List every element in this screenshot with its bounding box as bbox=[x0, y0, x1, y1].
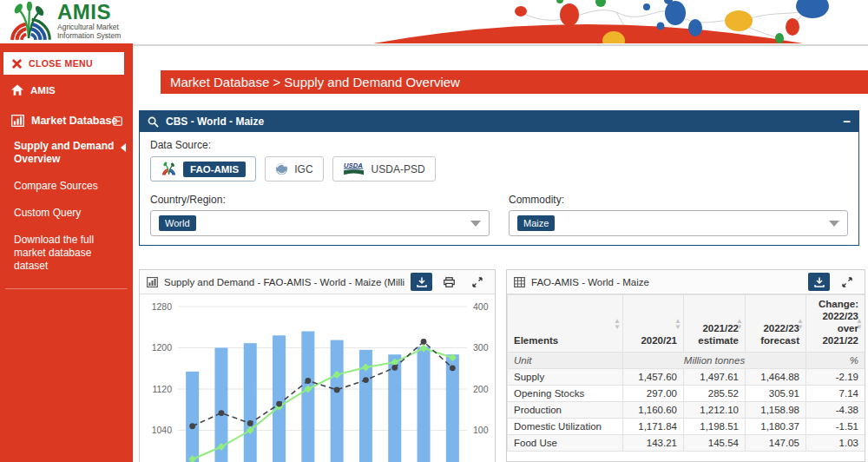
sort-icon[interactable]: ▲▼ bbox=[614, 318, 621, 330]
table-row: Domestic Utilization 1,171.84 1,198.51 1… bbox=[508, 419, 865, 435]
col-header-2021-22[interactable]: 2021/22 estimate▲▼ bbox=[684, 295, 746, 353]
close-menu-button[interactable]: CLOSE MENU bbox=[3, 52, 124, 75]
col-header-2020-21[interactable]: 2020/21▲▼ bbox=[623, 295, 684, 353]
table-row: Food Use 143.21 145.54 147.05 1.03 bbox=[508, 435, 865, 452]
download-icon bbox=[814, 277, 825, 287]
source-button-fao-amis[interactable]: FAO-AMIS bbox=[150, 156, 256, 182]
col-header-elements[interactable]: Elements▲▼ bbox=[508, 295, 623, 353]
table-panel-header: FAO-AMIS - World - Maize bbox=[507, 270, 865, 294]
sidebar-item-market-database[interactable]: Market Database bbox=[0, 109, 133, 133]
fao-amis-logo-icon bbox=[161, 162, 177, 176]
logo-subtitle-1: Agricultural Market bbox=[57, 23, 121, 31]
igc-logo-icon bbox=[275, 162, 288, 175]
home-icon bbox=[11, 84, 23, 96]
unit-row: Unit Million tonnes % bbox=[508, 353, 865, 369]
chart-download-button[interactable] bbox=[411, 273, 432, 291]
row-change: -2.19 bbox=[806, 369, 865, 386]
row-change: 7.14 bbox=[806, 386, 865, 402]
row-value: 1,212.10 bbox=[684, 402, 746, 419]
country-select[interactable]: World bbox=[150, 210, 490, 236]
header-decoration bbox=[365, 0, 868, 43]
chart-print-button[interactable] bbox=[438, 273, 460, 291]
chart-panel-header: Supply and Demand - FAO-AMIS - World - M… bbox=[140, 270, 495, 294]
row-element: Opening Stocks bbox=[508, 386, 623, 402]
sidebar-item-compare-sources[interactable]: Compare Sources bbox=[14, 173, 126, 200]
row-value: 1,180.37 bbox=[746, 419, 806, 435]
supply-demand-table: Elements▲▼ 2020/21▲▼ 2021/22 estimate▲▼ … bbox=[507, 294, 865, 452]
table-row: Supply 1,457.60 1,497.61 1,464.88 -2.19 bbox=[508, 369, 865, 386]
svg-text:300: 300 bbox=[473, 342, 489, 353]
source-button-usda-psd[interactable]: USDA USDA-PSD bbox=[332, 156, 436, 182]
table-row: Production 1,160.60 1,212.10 1,158.98 -4… bbox=[508, 402, 865, 419]
sidebar-item-amis[interactable]: AMIS bbox=[0, 78, 133, 102]
breadcrumb: Market Database > Supply and Demand Over… bbox=[161, 70, 868, 94]
col-header-change[interactable]: Change: 2022/23 over 2021/22▲▼ bbox=[806, 295, 865, 353]
row-element: Food Use bbox=[508, 435, 623, 452]
chart-panel-title: Supply and Demand - FAO-AMIS - World - M… bbox=[164, 277, 404, 287]
filter-panel-title: CBS - World - Maize bbox=[166, 116, 836, 128]
page: AMIS Agricultural Market Information Sys… bbox=[0, 0, 868, 462]
svg-text:100: 100 bbox=[473, 425, 489, 435]
source-button-igc[interactable]: IGC bbox=[265, 156, 323, 182]
sort-icon[interactable]: ▲▼ bbox=[856, 318, 863, 330]
download-icon bbox=[417, 277, 427, 287]
filter-selects: Country/Region: World Commodity: Maize bbox=[150, 194, 848, 236]
commodity-selected-tag: Maize bbox=[517, 215, 555, 231]
logo-title: AMIS bbox=[57, 2, 121, 23]
row-value: 1,457.60 bbox=[623, 369, 684, 386]
minus-square-icon[interactable] bbox=[113, 116, 122, 126]
expand-icon bbox=[472, 277, 483, 287]
row-value: 1,198.51 bbox=[684, 419, 746, 435]
sidebar-item-custom-query[interactable]: Custom Query bbox=[14, 200, 126, 227]
submenu-label: Compare Sources bbox=[14, 180, 98, 192]
amis-logo: AMIS Agricultural Market Information Sys… bbox=[5, 2, 121, 43]
table-icon bbox=[514, 277, 525, 287]
sidebar-item-supply-and-demand-overview[interactable]: Supply and Demand Overview bbox=[14, 133, 126, 173]
sidebar-submenu: Supply and Demand Overview Compare Sourc… bbox=[0, 133, 133, 280]
close-icon bbox=[12, 59, 22, 69]
svg-text:1280: 1280 bbox=[152, 301, 173, 312]
sidebar-item-amis-label: AMIS bbox=[30, 85, 56, 96]
row-element: Domestic Utilization bbox=[508, 419, 623, 435]
usda-logo-icon: USDA bbox=[343, 162, 365, 176]
commodity-select[interactable]: Maize bbox=[509, 210, 848, 236]
row-value: 305.91 bbox=[746, 386, 806, 402]
unit-label: Unit bbox=[508, 353, 623, 369]
country-selected-tag: World bbox=[159, 215, 196, 231]
row-change: -1.51 bbox=[806, 419, 865, 435]
table-download-button[interactable] bbox=[808, 273, 830, 291]
close-menu-label: CLOSE MENU bbox=[29, 58, 93, 69]
chart-expand-button[interactable] bbox=[466, 273, 488, 291]
table-row: Opening Stocks 297.00 285.52 305.91 7.14 bbox=[508, 386, 865, 402]
supply-demand-chart: 1280400120030011202001040100 bbox=[140, 294, 495, 462]
row-value: 147.05 bbox=[746, 435, 806, 452]
country-label: Country/Region: bbox=[150, 194, 490, 206]
source-button-igc-label: IGC bbox=[294, 163, 312, 175]
amis-logo-text: AMIS Agricultural Market Information Sys… bbox=[57, 2, 121, 43]
expand-icon bbox=[842, 277, 852, 287]
row-value: 285.52 bbox=[684, 386, 746, 402]
source-button-usda-psd-label: USDA-PSD bbox=[372, 163, 425, 175]
commodity-label: Commodity: bbox=[509, 194, 848, 206]
sort-icon[interactable]: ▲▼ bbox=[797, 318, 804, 330]
sort-icon[interactable]: ▲▼ bbox=[674, 318, 681, 330]
unit-change: % bbox=[806, 353, 865, 369]
row-change: 1.03 bbox=[806, 435, 865, 452]
row-value: 1,464.88 bbox=[746, 369, 806, 386]
panel-collapse-button[interactable]: − bbox=[843, 116, 851, 128]
submenu-label: Supply and Demand Overview bbox=[14, 140, 114, 165]
col-header-2022-23[interactable]: 2022/23 forecast▲▼ bbox=[746, 295, 806, 353]
search-icon bbox=[148, 116, 159, 128]
submenu-label: Custom Query bbox=[14, 207, 81, 219]
row-value: 143.21 bbox=[623, 435, 684, 452]
row-value: 1,160.60 bbox=[623, 402, 684, 419]
unit-value: Million tonnes bbox=[623, 353, 806, 369]
svg-text:1200: 1200 bbox=[152, 342, 173, 353]
svg-text:400: 400 bbox=[473, 301, 489, 312]
sidebar: CLOSE MENU AMIS Market Database Sup bbox=[0, 43, 133, 462]
table-expand-button[interactable] bbox=[836, 273, 858, 291]
sort-icon[interactable]: ▲▼ bbox=[736, 318, 743, 330]
top-header: AMIS Agricultural Market Information Sys… bbox=[0, 0, 868, 46]
sidebar-item-download-dataset[interactable]: Download the full market database datase… bbox=[14, 227, 126, 280]
row-element: Production bbox=[508, 402, 623, 419]
